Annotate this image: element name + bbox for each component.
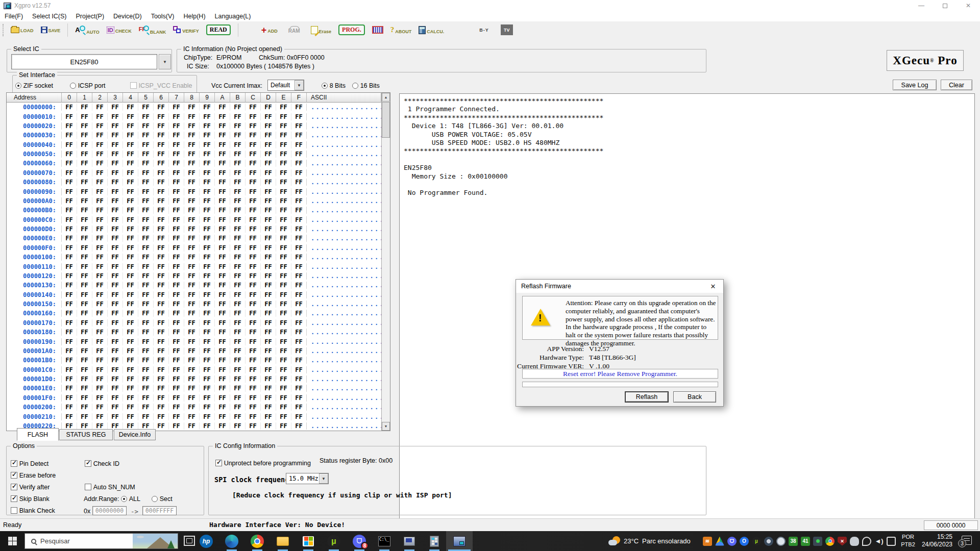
hex-byte[interactable]: FF xyxy=(246,235,261,242)
hex-byte[interactable]: FF xyxy=(154,375,169,383)
verify-after-checkbox[interactable]: Verify after xyxy=(11,483,50,491)
hex-byte[interactable]: FF xyxy=(291,319,307,327)
hex-byte[interactable]: FF xyxy=(62,385,77,392)
hex-row[interactable]: 000001A0:FFFFFFFFFFFFFFFFFFFFFFFFFFFFFFF… xyxy=(7,346,381,356)
hex-row[interactable]: 00000190:FFFFFFFFFFFFFFFFFFFFFFFFFFFFFFF… xyxy=(7,337,381,346)
hex-byte[interactable]: FF xyxy=(108,235,123,242)
hex-byte[interactable]: FF xyxy=(215,357,230,364)
hex-byte[interactable]: FF xyxy=(62,179,77,186)
temp41-tray-icon[interactable]: 41 xyxy=(801,537,810,546)
erase-before-checkbox[interactable]: Erase before xyxy=(11,471,56,479)
hex-byte[interactable]: FF xyxy=(276,394,291,402)
hex-byte[interactable]: FF xyxy=(123,141,138,148)
hex-byte[interactable]: FF xyxy=(230,404,246,411)
hex-byte[interactable]: FF xyxy=(154,300,169,308)
hex-byte[interactable]: FF xyxy=(62,263,77,270)
hex-byte[interactable]: FF xyxy=(291,263,307,270)
hex-byte[interactable]: FF xyxy=(215,404,230,411)
verify-button[interactable]: VERIFY xyxy=(173,26,199,34)
hex-byte[interactable]: FF xyxy=(169,291,184,298)
hex-byte[interactable]: FF xyxy=(169,179,184,186)
hex-row[interactable]: 00000000:FFFFFFFFFFFFFFFFFFFFFFFFFFFFFFF… xyxy=(7,103,381,112)
hex-byte[interactable]: FF xyxy=(138,310,154,317)
hex-byte[interactable]: FF xyxy=(230,385,246,392)
hex-byte[interactable]: FF xyxy=(138,422,154,430)
hex-byte[interactable]: FF xyxy=(200,207,215,214)
hex-byte[interactable]: FF xyxy=(291,347,307,355)
hex-byte[interactable]: FF xyxy=(123,263,138,270)
pin-detect-checkbox[interactable]: Pin Detect xyxy=(11,460,48,467)
hex-byte[interactable]: FF xyxy=(261,300,276,308)
hex-byte[interactable]: FF xyxy=(200,300,215,308)
hex-byte[interactable]: FF xyxy=(62,394,77,402)
hex-byte[interactable]: FF xyxy=(200,104,215,111)
hex-byte[interactable]: FF xyxy=(246,413,261,420)
hex-byte[interactable]: FF xyxy=(123,272,138,280)
hex-byte[interactable]: FF xyxy=(276,375,291,383)
skip-blank-checkbox[interactable]: Skip Blank xyxy=(11,495,50,503)
hex-byte[interactable]: FF xyxy=(138,113,154,120)
hex-byte[interactable]: FF xyxy=(291,291,307,298)
hex-byte[interactable]: FF xyxy=(230,160,246,167)
remote-tray-icon[interactable] xyxy=(813,537,822,546)
hex-byte[interactable]: FF xyxy=(108,329,123,336)
hex-byte[interactable]: FF xyxy=(230,319,246,327)
close-button[interactable]: ✕ xyxy=(957,0,980,11)
hex-byte[interactable]: FF xyxy=(108,347,123,355)
clock[interactable]: 15:25 24/06/2023 xyxy=(917,533,952,548)
hex-byte[interactable]: FF xyxy=(123,366,138,373)
hex-byte[interactable]: FF xyxy=(92,244,108,252)
hex-byte[interactable]: FF xyxy=(200,310,215,317)
hex-byte[interactable]: FF xyxy=(215,366,230,373)
hex-row[interactable]: 00000090:FFFFFFFFFFFFFFFFFFFFFFFFFFFFFFF… xyxy=(7,187,381,196)
hex-byte[interactable]: FF xyxy=(261,179,276,186)
hex-byte[interactable]: FF xyxy=(77,122,92,130)
erase-button[interactable]: Erase xyxy=(311,26,332,34)
hex-byte[interactable]: FF xyxy=(169,226,184,233)
hex-byte[interactable]: FF xyxy=(230,235,246,242)
hex-byte[interactable]: FF xyxy=(291,169,307,177)
hex-row[interactable]: 00000040:FFFFFFFFFFFFFFFFFFFFFFFFFFFFFFF… xyxy=(7,140,381,149)
blank-button[interactable]: FFBLANK xyxy=(139,26,166,35)
hex-byte[interactable]: FF xyxy=(291,141,307,148)
hex-byte[interactable]: FF xyxy=(276,254,291,261)
hex-byte[interactable]: FF xyxy=(246,207,261,214)
hex-byte[interactable]: FF xyxy=(215,385,230,392)
hex-byte[interactable]: FF xyxy=(169,413,184,420)
hex-byte[interactable]: FF xyxy=(154,366,169,373)
hex-byte[interactable]: FF xyxy=(261,263,276,270)
hex-byte[interactable]: FF xyxy=(230,132,246,139)
hex-byte[interactable]: FF xyxy=(246,394,261,402)
hex-byte[interactable]: FF xyxy=(154,319,169,327)
hex-byte[interactable]: FF xyxy=(291,385,307,392)
read-button[interactable]: READ xyxy=(206,24,231,35)
hex-row[interactable]: 000001B0:FFFFFFFFFFFFFFFFFFFFFFFFFFFFFFF… xyxy=(7,356,381,365)
hex-byte[interactable]: FF xyxy=(215,113,230,120)
calcu-button[interactable]: CALCU. xyxy=(419,26,444,34)
hex-byte[interactable]: FF xyxy=(215,104,230,111)
hex-byte[interactable]: FF xyxy=(215,207,230,214)
hex-byte[interactable]: FF xyxy=(138,272,154,280)
hex-byte[interactable]: FF xyxy=(92,197,108,205)
tv-button[interactable]: TV xyxy=(501,24,513,35)
hex-byte[interactable]: FF xyxy=(62,122,77,130)
hex-byte[interactable]: FF xyxy=(108,122,123,130)
menu-item[interactable]: File(F) xyxy=(5,13,23,20)
hex-byte[interactable]: FF xyxy=(215,272,230,280)
hex-byte[interactable]: FF xyxy=(230,310,246,317)
hex-byte[interactable]: FF xyxy=(261,141,276,148)
hex-byte[interactable]: FF xyxy=(184,272,200,280)
hex-byte[interactable]: FF xyxy=(230,413,246,420)
hex-byte[interactable]: FF xyxy=(138,104,154,111)
save-log-button[interactable]: Save Log xyxy=(893,80,937,90)
hex-scrollbar[interactable]: ▲ ▼ xyxy=(381,93,390,431)
hex-byte[interactable]: FF xyxy=(230,244,246,252)
hex-byte[interactable]: FF xyxy=(291,160,307,167)
hex-byte[interactable]: FF xyxy=(92,338,108,345)
hex-byte[interactable]: FF xyxy=(169,235,184,242)
hex-byte[interactable]: FF xyxy=(184,375,200,383)
taskbar-app-calculator[interactable] xyxy=(422,531,447,551)
hex-byte[interactable]: FF xyxy=(261,207,276,214)
hex-byte[interactable]: FF xyxy=(169,113,184,120)
hex-byte[interactable]: FF xyxy=(230,366,246,373)
